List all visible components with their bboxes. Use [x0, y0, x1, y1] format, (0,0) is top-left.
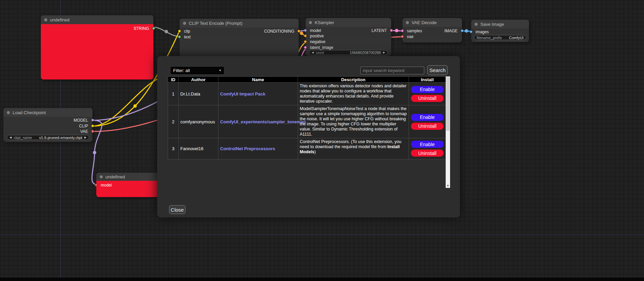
uninstall-button[interactable]: Uninstall — [411, 95, 444, 102]
ext-id: 2 — [168, 105, 179, 138]
seed-label: seed — [316, 51, 324, 55]
ext-name-link[interactable]: ComfyUI Impact Pack — [220, 91, 265, 96]
ckpt-name-label: ckpt_name — [14, 136, 32, 140]
negative-input-dot[interactable] — [304, 40, 307, 43]
close-button[interactable]: Close — [169, 205, 185, 214]
filename-prefix-value: ComfyUI — [509, 36, 524, 40]
ext-author: Dr.Lt.Data — [179, 83, 218, 105]
filter-dropdown[interactable]: Filter: all ▼ — [170, 66, 225, 75]
node-title: undefined — [105, 174, 125, 179]
node-title-bar[interactable]: Load Checkpoint — [3, 108, 93, 117]
node-vae-decode[interactable]: VAE Decode samples vae IMAGE — [402, 18, 462, 42]
node-title-bar[interactable]: undefined — [41, 15, 153, 24]
input-slot-latent-image[interactable]: latent_image — [306, 45, 333, 50]
node-undefined-bottom[interactable]: undefined model — [96, 173, 164, 197]
output-slot-model[interactable]: MODEL — [73, 118, 93, 123]
output-slot-string[interactable]: STRING — [134, 26, 153, 31]
output-slot-clip[interactable]: CLIP — [79, 124, 93, 128]
text-input-dot[interactable] — [178, 35, 181, 38]
model-input-dot[interactable] — [304, 29, 307, 32]
conditioning-output-dot[interactable] — [297, 30, 300, 33]
next-arrow-icon[interactable]: ▶ — [84, 136, 86, 139]
node-save-image[interactable]: Save Image images filename_prefix ComfyU… — [471, 20, 529, 42]
model-output-dot[interactable] — [91, 119, 94, 122]
node-title: Save Image — [480, 22, 504, 27]
ext-description: ControlNet Preprocessors. (To use this e… — [298, 138, 409, 159]
seed-widget[interactable]: ◀ seed 156680208700286 ▶ — [309, 50, 388, 55]
input-slot-images[interactable]: images — [471, 30, 489, 34]
decrement-arrow-icon[interactable]: ◀ — [312, 51, 314, 54]
samples-input-dot[interactable] — [401, 29, 404, 32]
ckpt-name-widget[interactable]: ◀ ckpt_name v1-5-pruned-emaonly.ckpt ▶ — [7, 135, 89, 140]
collapse-dot[interactable] — [406, 21, 409, 24]
link-dot-image — [465, 29, 468, 33]
filename-prefix-widget[interactable]: filename_prefix ComfyUI — [474, 35, 526, 40]
clip-input-dot[interactable] — [178, 30, 181, 33]
positive-input-dot[interactable] — [304, 34, 307, 37]
prev-arrow-icon[interactable]: ◀ — [10, 136, 12, 139]
ext-author: Fannovel16 — [179, 138, 218, 159]
search-button[interactable]: Search — [427, 65, 448, 75]
node-undefined-top[interactable]: undefined STRING — [41, 15, 153, 80]
enable-button[interactable]: Enable — [411, 114, 444, 121]
node-body-error: model — [96, 181, 164, 197]
uninstall-button[interactable]: Uninstall — [411, 123, 444, 130]
scrollbar-thumb[interactable] — [446, 77, 450, 131]
collapse-dot[interactable] — [309, 21, 312, 24]
node-ksampler[interactable]: KSampler model positive negative latent_… — [306, 18, 391, 56]
image-output-dot[interactable] — [461, 29, 464, 32]
clip-output-dot[interactable] — [91, 124, 94, 127]
output-slot-latent[interactable]: LATENT — [371, 28, 391, 33]
scroll-down-icon[interactable]: ▼ — [446, 183, 450, 188]
collapse-dot[interactable] — [475, 23, 478, 26]
node-clip-text-encode[interactable]: CLIP Text Encode (Prompt) clip text COND… — [180, 19, 299, 57]
ext-description: ModelSamplerTonemapNoiseTest a node that… — [298, 105, 409, 138]
input-slot-model[interactable]: model — [96, 183, 112, 188]
node-title-bar[interactable]: undefined — [96, 173, 164, 181]
node-title: KSampler — [315, 20, 334, 25]
input-slot-samples[interactable]: samples — [402, 29, 422, 33]
output-slot-vae[interactable]: VAE — [80, 129, 93, 134]
collapse-dot[interactable] — [7, 111, 10, 114]
uninstall-button[interactable]: Uninstall — [411, 150, 444, 157]
output-slot-conditioning[interactable]: CONDITIONING — [264, 29, 299, 34]
latent-input-dot[interactable] — [304, 46, 307, 49]
node-load-checkpoint[interactable]: Load Checkpoint MODEL CLIP VAE ◀ ckpt_na… — [3, 108, 93, 142]
input-slot-model[interactable]: model — [306, 28, 321, 33]
vae-output-dot[interactable] — [91, 130, 94, 133]
node-title-bar[interactable]: VAE Decode — [402, 18, 462, 27]
output-slot-image[interactable]: IMAGE — [444, 29, 462, 33]
string-output-dot[interactable] — [152, 27, 155, 30]
input-slot-text[interactable]: text — [180, 35, 191, 39]
node-title: Load Checkpoint — [13, 110, 46, 115]
increment-arrow-icon[interactable]: ▶ — [383, 51, 385, 54]
col-header-name: Name — [218, 77, 298, 83]
table-row: 3 Fannovel16 ControlNet Preprocessors Co… — [168, 138, 446, 159]
images-input-dot[interactable] — [469, 30, 473, 33]
ext-name-link[interactable]: ControlNet Preprocessors — [220, 146, 275, 151]
collapse-dot[interactable] — [183, 22, 186, 25]
node-title-bar[interactable]: CLIP Text Encode (Prompt) — [180, 19, 299, 28]
collapse-dot[interactable] — [100, 175, 103, 178]
chevron-down-icon: ▼ — [219, 69, 221, 72]
enable-button[interactable]: Enable — [411, 141, 444, 148]
input-slot-negative[interactable]: negative — [306, 39, 325, 44]
model-input-dot[interactable] — [95, 183, 98, 187]
node-title-bar[interactable]: KSampler — [306, 18, 391, 27]
collapse-dot[interactable] — [44, 18, 47, 21]
vae-input-dot[interactable] — [401, 35, 404, 38]
ext-name-link[interactable]: ComfyUI_experiments/sampler_tonemap — [220, 119, 306, 124]
link-dot-clip — [133, 104, 137, 108]
search-input[interactable] — [360, 67, 424, 74]
ext-id: 3 — [168, 138, 179, 159]
extension-table: ID Author Name Description Install 1 Dr.… — [168, 76, 446, 159]
scrollbar-track[interactable]: ▼ — [446, 76, 450, 188]
enable-button[interactable]: Enable — [411, 86, 444, 93]
filter-dropdown-value: Filter: all — [173, 68, 190, 73]
node-title-bar[interactable]: Save Image — [471, 20, 529, 29]
link-dot-latent — [395, 29, 398, 32]
input-slot-positive[interactable]: positive — [306, 34, 324, 38]
latent-output-dot[interactable] — [390, 29, 393, 32]
input-slot-vae[interactable]: vae — [402, 34, 413, 39]
input-slot-clip[interactable]: clip — [180, 29, 190, 34]
